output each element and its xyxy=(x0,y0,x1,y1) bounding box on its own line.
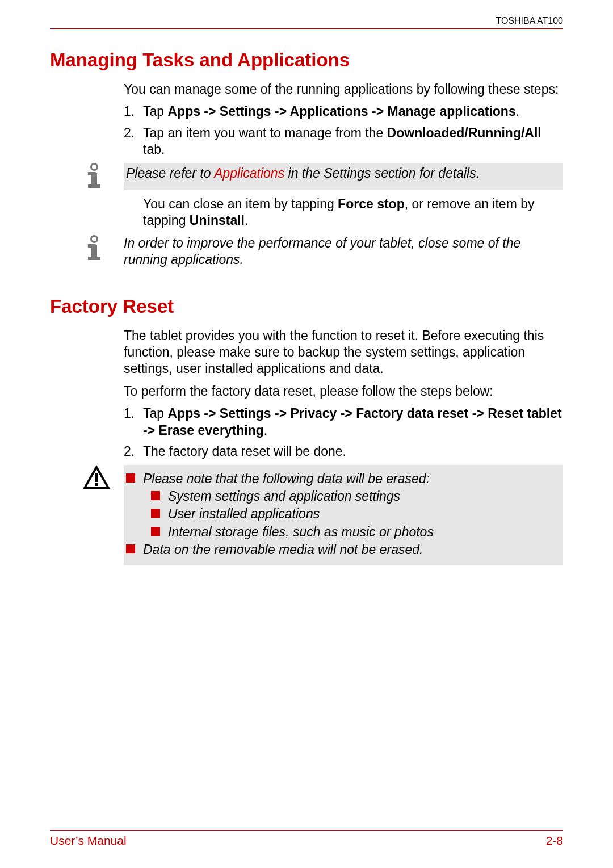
note-text: In order to improve the performance of y… xyxy=(124,235,563,269)
page-header: TOSHIBA AT100 xyxy=(50,16,563,29)
info-icon xyxy=(83,163,106,190)
warning-bullet: User installed applications xyxy=(151,506,560,522)
text-bold: Force stop xyxy=(338,196,405,211)
section-title-factory-reset: Factory Reset xyxy=(50,296,563,317)
text: . xyxy=(516,104,519,119)
warning-text: Data on the removable media will not be … xyxy=(143,542,560,558)
warning-callout: Please note that the following data will… xyxy=(83,465,563,565)
info-callout-1: Please refer to Applications in the Sett… xyxy=(83,163,563,190)
page-content: Managing Tasks and Applications You can … xyxy=(50,29,563,830)
footer-page-number: 2-8 xyxy=(546,834,563,848)
text: Tap xyxy=(143,406,167,421)
section2-step2: 2. The factory data reset will be done. xyxy=(124,443,563,460)
square-bullet-icon xyxy=(151,527,160,536)
warning-bullet: Internal storage files, such as music or… xyxy=(151,524,560,540)
list-number: 2. xyxy=(124,125,143,158)
text-bold: Uninstall xyxy=(190,213,245,228)
warning-text: User installed applications xyxy=(168,506,560,522)
footer-left: User’s Manual xyxy=(50,834,127,848)
text: Tap an item you want to manage from the xyxy=(143,125,387,140)
link-applications[interactable]: Applications xyxy=(214,166,284,181)
warning-text: Internal storage files, such as music or… xyxy=(168,524,560,540)
text: You can close an item by tapping xyxy=(143,196,338,211)
text: . xyxy=(264,423,267,438)
text-bold: Downloaded/Running/All xyxy=(387,125,541,140)
info-icon xyxy=(83,235,106,262)
section1-intro: You can manage some of the running appli… xyxy=(124,81,563,98)
section2-intro: The tablet provides you with the functio… xyxy=(124,328,563,378)
section2-step1: 1. Tap Apps -> Settings -> Privacy -> Fa… xyxy=(124,405,563,439)
text-bold: Apps -> Settings -> Privacy -> Factory d… xyxy=(143,406,562,437)
text: . xyxy=(245,213,248,228)
square-bullet-icon xyxy=(151,491,160,500)
text-bold: Apps -> Settings -> Applications -> Mana… xyxy=(167,104,515,119)
info-callout-2: In order to improve the performance of y… xyxy=(83,235,563,269)
section1-after-note: You can close an item by tapping Force s… xyxy=(143,196,563,229)
section-title-managing: Managing Tasks and Applications xyxy=(50,49,563,71)
text: Tap xyxy=(143,104,167,119)
square-bullet-icon xyxy=(126,544,135,553)
section1-step2: 2. Tap an item you want to manage from t… xyxy=(124,125,563,158)
warning-icon xyxy=(83,465,110,490)
product-name: TOSHIBA AT100 xyxy=(496,16,563,26)
warning-bullet: Data on the removable media will not be … xyxy=(126,542,560,558)
warning-bullet: System settings and application settings xyxy=(151,488,560,505)
text: tab. xyxy=(143,142,165,157)
section2-lead: To perform the factory data reset, pleas… xyxy=(124,383,563,400)
square-bullet-icon xyxy=(151,509,160,518)
note-text: in the Settings section for details. xyxy=(284,166,480,181)
note-text: Please refer to xyxy=(126,166,214,181)
page-footer: User’s Manual 2-8 xyxy=(50,830,563,848)
list-number: 1. xyxy=(124,103,143,120)
list-number: 1. xyxy=(124,405,143,439)
warning-bullet: Please note that the following data will… xyxy=(126,471,560,487)
square-bullet-icon xyxy=(126,473,135,483)
warning-text: System settings and application settings xyxy=(168,488,560,505)
section1-step1: 1. Tap Apps -> Settings -> Applications … xyxy=(124,103,563,120)
list-number: 2. xyxy=(124,443,143,460)
text: The factory data reset will be done. xyxy=(143,443,563,460)
warning-text: Please note that the following data will… xyxy=(143,471,560,487)
